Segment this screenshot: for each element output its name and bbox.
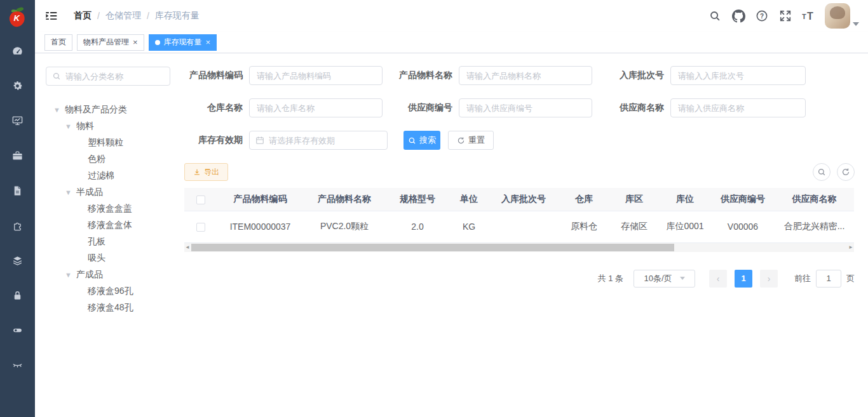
tree-node-label: 物料	[76, 121, 94, 132]
plugin-puzzle-icon[interactable]	[0, 208, 35, 243]
fullscreen-icon[interactable]	[778, 8, 793, 23]
tree-node[interactable]: 移液盒盒盖	[46, 201, 184, 217]
tree-node-label: 塑料颗粒	[88, 137, 123, 149]
column-header: 规格型号	[386, 188, 449, 211]
scroll-left-arrow-icon[interactable]: ◄	[184, 244, 191, 250]
main-column: 首页 / 仓储管理 / 库存现有量 ?	[35, 0, 868, 417]
caret-expanded-icon[interactable]: ▼	[65, 122, 76, 130]
github-icon[interactable]	[731, 8, 746, 23]
reset-button-label: 重置	[468, 135, 485, 146]
category-search-input[interactable]	[65, 72, 164, 81]
column-header: 单位	[449, 188, 489, 211]
eye-closed-icon[interactable]	[0, 348, 35, 383]
page-unit-label: 页	[846, 273, 855, 284]
user-menu[interactable]	[825, 3, 859, 29]
export-button-label: 导出	[204, 167, 219, 178]
column-header: 入库批次号	[489, 188, 559, 211]
monitor-chart-icon[interactable]	[0, 103, 35, 138]
tree-node-label: 移液盒盒盖	[88, 203, 132, 215]
breadcrumb-home[interactable]: 首页	[74, 10, 92, 22]
tree-node-label: 孔板	[88, 236, 105, 248]
table-cell	[489, 211, 559, 242]
document-icon[interactable]	[0, 173, 35, 208]
batch-no-input[interactable]	[670, 66, 806, 85]
tree-node[interactable]: 孔板	[46, 234, 184, 250]
top-header: 首页 / 仓储管理 / 库存现有量 ?	[35, 0, 868, 32]
layers-icon[interactable]	[0, 243, 35, 278]
supplier-code-input[interactable]	[459, 98, 592, 117]
column-header: 产品物料编码	[217, 188, 303, 211]
tree-node[interactable]: 吸头	[46, 250, 184, 267]
tree-node[interactable]: ▼产成品	[46, 267, 184, 283]
tree-node[interactable]: 移液盒48孔	[46, 300, 184, 316]
close-icon[interactable]: ×	[206, 38, 211, 46]
briefcase-icon[interactable]	[0, 138, 35, 173]
close-icon[interactable]: ×	[133, 38, 138, 46]
search-icon[interactable]	[707, 8, 722, 23]
avatar[interactable]	[825, 3, 850, 29]
item-code-input[interactable]	[249, 66, 383, 85]
scroll-right-arrow-icon[interactable]: ►	[848, 244, 854, 250]
table-cell: ITEM00000037	[217, 211, 303, 242]
tree-node[interactable]: ▼物料及产品分类	[46, 102, 184, 118]
pagination-total: 共 1 条	[598, 273, 623, 284]
scrollbar-track[interactable]	[191, 243, 848, 252]
tab-0[interactable]: 首页	[44, 34, 72, 51]
caret-down-icon	[680, 277, 685, 280]
goto-page-input[interactable]	[816, 270, 841, 288]
refresh-table-button[interactable]	[837, 163, 855, 181]
caret-expanded-icon[interactable]: ▼	[65, 189, 76, 196]
help-icon[interactable]: ?	[754, 8, 770, 23]
reset-button[interactable]: 重置	[448, 131, 494, 150]
page-size-select[interactable]: 10条/页	[634, 270, 695, 288]
breadcrumb-current: 库存现有量	[155, 10, 200, 22]
tab-label: 库存现有量	[164, 37, 202, 48]
settings-gear-icon[interactable]	[0, 69, 35, 103]
row-checkbox[interactable]	[196, 223, 205, 232]
page-number-1[interactable]: 1	[735, 270, 752, 288]
warehouse-name-label: 仓库名称	[184, 102, 243, 114]
strawberry-logo-icon: K	[8, 6, 27, 28]
item-name-input[interactable]	[459, 66, 592, 85]
tree-node[interactable]: ▼物料	[46, 118, 184, 135]
validity-date-picker[interactable]	[249, 131, 388, 150]
category-tree: ▼物料及产品分类▼物料塑料颗粒色粉过滤棉▼半成品移液盒盒盖移液盒盒体孔板吸头▼产…	[46, 102, 184, 316]
tree-node[interactable]: 移液盒盒体	[46, 217, 184, 234]
caret-expanded-icon[interactable]: ▼	[65, 271, 76, 279]
font-size-icon[interactable]: TT	[801, 8, 817, 23]
collapse-sidebar-icon[interactable]	[44, 9, 58, 23]
next-page-button[interactable]: ›	[760, 270, 778, 288]
header-actions: ? TT	[707, 3, 868, 29]
tree-node[interactable]: 塑料颗粒	[46, 135, 184, 151]
export-button[interactable]: 导出	[184, 163, 228, 181]
table-cell: V00006	[711, 211, 775, 242]
caret-expanded-icon[interactable]: ▼	[53, 106, 65, 114]
lock-icon[interactable]	[0, 278, 35, 313]
tree-node-label: 半成品	[76, 187, 103, 198]
select-all-checkbox[interactable]	[196, 195, 205, 204]
inventory-panel: 产品物料编码产品物料名称入库批次号仓库名称供应商编号供应商名称 库存有效期 搜索	[184, 53, 868, 417]
tree-node[interactable]: 移液盒96孔	[46, 283, 184, 300]
tree-node-label: 吸头	[88, 253, 105, 264]
tree-node[interactable]: 过滤棉	[46, 168, 184, 184]
tree-node[interactable]: ▼半成品	[46, 184, 184, 201]
app-logo[interactable]: K	[0, 0, 35, 34]
caret-down-icon	[853, 22, 859, 26]
scrollbar-thumb[interactable]	[191, 244, 674, 251]
dashboard-icon[interactable]	[0, 34, 35, 69]
prev-page-button[interactable]: ‹	[709, 270, 727, 288]
warehouse-name-input[interactable]	[249, 98, 383, 117]
validity-date-input[interactable]	[269, 136, 381, 145]
switch-toggle-icon[interactable]	[0, 313, 35, 348]
supplier-name-input[interactable]	[670, 98, 806, 117]
tab-1[interactable]: 物料产品管理×	[77, 34, 144, 51]
tree-node-label: 产成品	[76, 269, 103, 281]
tab-2[interactable]: 库存现有量×	[149, 34, 217, 51]
category-search-box	[46, 67, 170, 86]
search-button[interactable]: 搜索	[403, 131, 440, 150]
active-tab-dot	[155, 40, 160, 45]
toggle-search-button[interactable]	[813, 163, 831, 181]
tree-node[interactable]: 色粉	[46, 151, 184, 168]
column-header: 库区	[609, 188, 659, 211]
svg-text:T: T	[807, 11, 813, 22]
